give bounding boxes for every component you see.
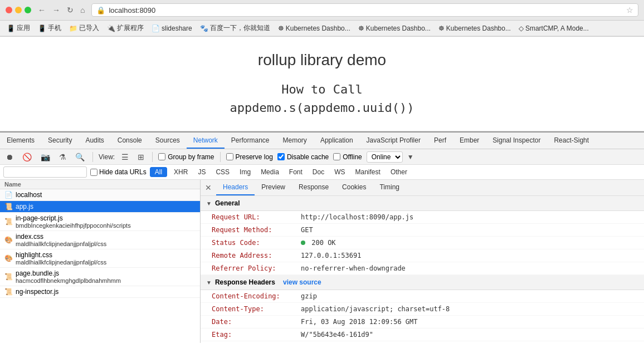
hide-data-urls-checkbox[interactable] (90, 169, 97, 176)
general-section-header[interactable]: ▼ General (201, 196, 644, 211)
record-button[interactable]: ⏺ (3, 151, 16, 163)
address-bar[interactable]: 🔒 localhost:8090 ☆ (91, 3, 638, 17)
view-source-link[interactable]: view source (283, 278, 321, 286)
filter-js-button[interactable]: JS (194, 167, 209, 177)
bookmark-star-icon[interactable]: ☆ (626, 6, 633, 14)
search-button[interactable]: 🔍 (73, 151, 87, 163)
filter-xhr-button[interactable]: XHR (170, 167, 191, 177)
bookmark-imported[interactable]: 📁已导入 (67, 22, 101, 34)
reload-button[interactable]: ↻ (65, 4, 76, 16)
tab-application[interactable]: Application (314, 133, 360, 149)
minimize-button[interactable] (15, 7, 22, 13)
filter-doc-button[interactable]: Doc (309, 167, 328, 177)
tab-react-sight[interactable]: React-Sight (547, 133, 596, 149)
detail-row-keep-alive: Keep-Alive: timeout=38 (201, 341, 644, 343)
detail-close-button[interactable]: ✕ (201, 180, 216, 195)
bookmark-smartcmp[interactable]: ◇SmartCMP, A Mode... (516, 23, 591, 33)
close-button[interactable] (6, 7, 12, 13)
tab-perf[interactable]: Perf (427, 133, 453, 149)
network-item-highlightcss[interactable]: 🎨 highlight.css maldlhiallkfclipjnedanjj… (0, 249, 200, 268)
detail-row-request-method: Request Method: GET (201, 224, 644, 237)
preserve-log-label: Preserve log (226, 153, 273, 161)
network-item-indexcss[interactable]: 🎨 index.css maldlhiallkfclipjnedanjjpnfa… (0, 231, 200, 249)
filter-img-button[interactable]: Img (236, 167, 254, 177)
filter-ws-button[interactable]: WS (331, 167, 348, 177)
tab-security[interactable]: Security (41, 133, 79, 149)
disable-cache-checkbox[interactable] (277, 153, 285, 160)
grid-view-button[interactable]: ⊞ (135, 151, 147, 163)
detail-row-request-url: Request URL: http://localhost:8090/app.j… (201, 211, 644, 224)
code-line1: How to Call (230, 80, 414, 99)
response-headers-section-header[interactable]: ▼ Response Headers view source (201, 275, 644, 290)
filter-all-button[interactable]: All (150, 167, 167, 177)
nav-buttons: ← → ↻ ⌂ (36, 4, 87, 16)
detail-tab-timing[interactable]: Timing (373, 180, 406, 195)
tab-network[interactable]: Network (187, 133, 225, 149)
bookmark-slideshare[interactable]: 📄slideshare (149, 23, 194, 33)
tab-elements[interactable]: Elements (0, 133, 41, 149)
maximize-button[interactable] (25, 7, 31, 13)
detail-tab-headers[interactable]: Headers (216, 180, 255, 195)
home-button[interactable]: ⌂ (78, 4, 87, 16)
request-method-key: Request Method: (212, 226, 301, 234)
remote-address-key: Remote Address: (212, 252, 301, 259)
network-item-name: highlight.css (16, 251, 196, 259)
filter-font-button[interactable]: Font (286, 167, 306, 177)
response-headers-title: Response Headers (215, 278, 275, 286)
disable-cache-label: Disable cache (277, 153, 329, 161)
bookmark-baidu[interactable]: 🐾百度一下，你就知道 (198, 22, 272, 34)
tab-performance[interactable]: Performance (225, 133, 276, 149)
tab-console[interactable]: Console (111, 133, 149, 149)
nginspector-icon: 📜 (4, 288, 12, 296)
network-item-subname: hacmcodflhbnekmghgdlplbdnahmhmm (16, 277, 196, 284)
filter-manifest-button[interactable]: Manifest (352, 167, 384, 177)
filter-button[interactable]: ⚗ (57, 151, 69, 163)
offline-checkbox[interactable] (333, 153, 340, 160)
detail-row-content-encoding: Content-Encoding: gzip (201, 290, 644, 303)
detail-tab-cookies[interactable]: Cookies (335, 180, 373, 195)
bookmark-apps[interactable]: 📱应用 (4, 22, 32, 34)
tab-js-profiler[interactable]: JavaScript Profiler (360, 133, 427, 149)
group-by-frame-checkbox[interactable] (158, 153, 165, 160)
forward-button[interactable]: → (50, 4, 62, 16)
filter-other-button[interactable]: Other (387, 167, 411, 177)
filter-input[interactable] (3, 166, 87, 178)
back-button[interactable]: ← (36, 4, 48, 16)
address-text: localhost:8090 (109, 6, 623, 14)
request-method-value: GET (301, 226, 633, 234)
network-item-nginspector[interactable]: 📜 ng-inspector.js (0, 286, 200, 298)
list-view-button[interactable]: ☰ (119, 151, 131, 163)
network-item-localhost[interactable]: 📄 localhost (0, 189, 200, 201)
tab-sources[interactable]: Sources (149, 133, 187, 149)
bookmark-k8s-1[interactable]: ☸Kubernetes Dashbo... (276, 23, 353, 33)
online-select[interactable]: Online (367, 151, 403, 163)
page-content: rollup library demo How to Call appdemo.… (0, 37, 644, 131)
tab-memory[interactable]: Memory (276, 133, 314, 149)
capture-button[interactable]: 📷 (38, 151, 52, 163)
network-item-appjs[interactable]: 📜 app.js (0, 201, 200, 213)
content-type-key: Content-Type: (212, 305, 301, 313)
bookmark-k8s-2[interactable]: ☸Kubernetes Dashbo... (356, 23, 433, 33)
filter-css-button[interactable]: CSS (212, 167, 233, 177)
disable-cache-text: Disable cache (287, 153, 329, 161)
remote-address-value: 127.0.0.1:53691 (301, 252, 633, 259)
bookmark-k8s-3[interactable]: ☸Kubernetes Dashbo... (436, 23, 513, 33)
network-item-pagebundle[interactable]: 📜 page.bundle.js hacmcodflhbnekmghgdlplb… (0, 268, 200, 286)
bookmark-phone[interactable]: 📱手机 (36, 22, 64, 34)
filter-media-button[interactable]: Media (257, 167, 282, 177)
tab-signal-inspector[interactable]: Signal Inspector (486, 133, 547, 149)
network-item-inpagescript[interactable]: 📜 in-page-script.js bmdbIncegkenkacieihf… (0, 213, 200, 231)
toolbar-separator-2 (152, 152, 153, 162)
appjs-icon: 📜 (4, 203, 12, 210)
network-item-name: index.css (16, 233, 196, 241)
bookmarks-bar: 📱应用 📱手机 📁已导入 🔌扩展程序 📄slideshare 🐾百度一下，你就知… (0, 21, 644, 36)
tab-audits[interactable]: Audits (79, 133, 110, 149)
detail-tab-response[interactable]: Response (292, 180, 335, 195)
clear-button[interactable]: 🚫 (20, 151, 34, 163)
detail-tab-preview[interactable]: Preview (255, 180, 292, 195)
bookmark-extensions[interactable]: 🔌扩展程序 (105, 22, 146, 34)
tab-ember[interactable]: Ember (453, 133, 486, 149)
preserve-log-checkbox[interactable] (226, 153, 233, 160)
status-dot-icon (301, 241, 305, 245)
hide-data-urls-group: Hide data URLs (90, 168, 147, 176)
